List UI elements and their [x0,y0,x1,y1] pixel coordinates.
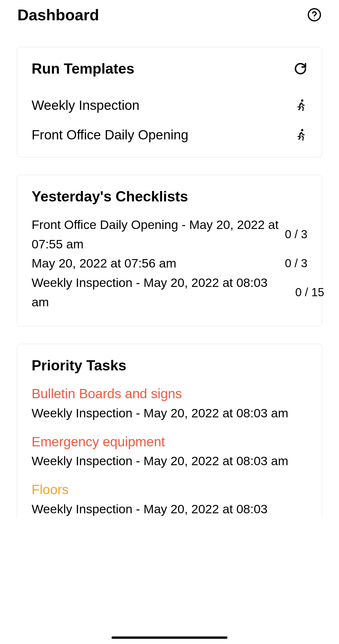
help-icon[interactable] [307,8,322,22]
refresh-icon[interactable] [294,62,307,76]
checklist-count: 0 / 15 [295,286,324,299]
priority-task-sub: Weekly Inspection - May 20, 2022 at 08:0… [32,451,307,471]
svg-point-1 [314,18,315,19]
svg-point-2 [301,99,303,102]
priority-task-sub: Weekly Inspection - May 20, 2022 at 08:0… [32,499,307,519]
page-title: Dashboard [17,6,99,24]
svg-point-0 [308,9,320,21]
priority-task-name: Bulletin Boards and signs [32,384,307,403]
priority-tasks-title: Priority Tasks [32,357,307,374]
priority-task[interactable]: Emergency equipment Weekly Inspection - … [32,432,307,471]
priority-task[interactable]: Bulletin Boards and signs Weekly Inspect… [32,384,307,423]
checklist-count: 0 / 3 [285,257,307,270]
checklist-label: May 20, 2022 at 07:56 am [32,254,285,273]
run-templates-card: Run Templates Weekly Inspection Front Of… [17,47,322,157]
priority-task-name: Emergency equipment [32,432,307,452]
priority-task[interactable]: Floors Weekly Inspection - May 20, 2022 … [32,480,307,519]
checklist-row[interactable]: Weekly Inspection - May 20, 2022 at 08:0… [32,273,307,312]
app-header: Dashboard [0,0,339,32]
run-templates-title: Run Templates [32,60,134,77]
template-label: Weekly Inspection [32,97,139,113]
running-icon[interactable] [294,128,307,142]
checklist-label: Front Office Daily Opening - May 20, 202… [32,215,285,254]
yesterday-checklists-title: Yesterday's Checklists [32,188,307,205]
template-row[interactable]: Front Office Daily Opening [32,127,307,143]
checklist-label: Weekly Inspection - May 20, 2022 at 08:0… [32,273,278,312]
priority-task-name: Floors [32,480,307,499]
template-row[interactable]: Weekly Inspection [32,97,307,113]
running-icon[interactable] [294,98,307,112]
home-indicator [112,636,227,639]
template-label: Front Office Daily Opening [32,127,188,143]
svg-point-3 [301,129,303,131]
checklist-row[interactable]: Front Office Daily Opening - May 20, 202… [32,215,307,254]
run-templates-header: Run Templates [32,60,307,77]
priority-task-sub: Weekly Inspection - May 20, 2022 at 08:0… [32,403,307,423]
yesterday-checklists-card: Yesterday's Checklists Front Office Dail… [17,175,322,326]
priority-tasks-card: Priority Tasks Bulletin Boards and signs… [17,344,322,519]
checklist-row[interactable]: May 20, 2022 at 07:56 am 0 / 3 [32,254,307,273]
checklist-count: 0 / 3 [285,228,307,241]
